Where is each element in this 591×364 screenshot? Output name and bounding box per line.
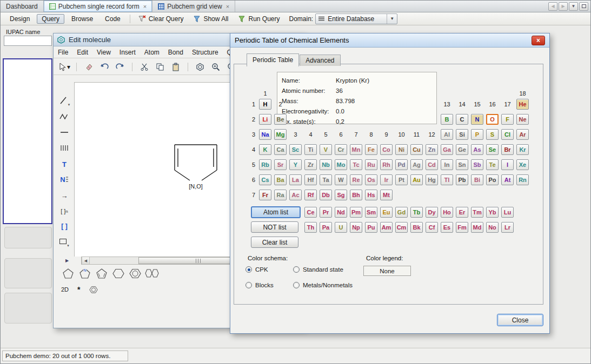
element-bh[interactable]: Bh [350,190,362,200]
element-dy[interactable]: Dy [426,207,438,218]
atom-list-button[interactable]: Atom list [251,206,301,218]
eraser-tool-button[interactable] [83,61,95,73]
element-ga[interactable]: Ga [441,144,453,155]
tab-scroll-left-button[interactable]: ◀ [548,2,557,11]
element-db[interactable]: Db [320,190,332,200]
element-cd[interactable]: Cd [426,159,438,170]
element-rh[interactable]: Rh [380,159,393,170]
element-h[interactable]: H [259,99,271,110]
menu-edit[interactable]: Edit [72,48,92,57]
any-bond-tool-button[interactable] [57,126,71,139]
domain-dropdown[interactable]: Entire Database ▼ [315,14,397,24]
element-tb[interactable]: Tb [410,207,423,218]
menu-view[interactable]: View [92,48,115,57]
menu-atom[interactable]: Atom [140,48,164,57]
element-mg[interactable]: Mg [274,129,287,140]
atom-tool-button[interactable]: N [57,173,71,186]
menu-insert[interactable]: Insert [115,48,140,57]
browse-button[interactable]: Browse [67,14,98,24]
aromatize-button[interactable] [194,61,206,73]
close-button[interactable]: Close [497,314,543,326]
element-ti[interactable]: Ti [304,144,317,155]
element-al[interactable]: Al [441,129,453,140]
element-os[interactable]: Os [365,174,377,185]
element-in[interactable]: In [441,159,453,170]
element-as[interactable]: As [471,144,483,155]
element-au[interactable]: Au [410,174,423,185]
element-li[interactable]: Li [259,114,271,125]
undo-button[interactable] [98,61,110,73]
cyclopentadiene-template-button[interactable] [95,267,109,280]
menu-structure[interactable]: Structure [188,48,223,57]
reaction-arrow-tool-button[interactable]: → [57,189,71,202]
tab-list-button[interactable]: ▼ [569,2,578,11]
element-re[interactable]: Re [350,174,362,185]
element-ra[interactable]: Ra [274,190,287,200]
element-bi[interactable]: Bi [471,174,483,185]
element-be[interactable]: Be [274,114,287,125]
tab-close-icon[interactable]: × [143,4,147,9]
element-ca[interactable]: Ca [274,144,287,155]
element-ni[interactable]: Ni [395,144,408,155]
bracket-tool-button[interactable]: [ ] [57,220,71,233]
color-schema-option-standard-state[interactable]: Standard state [293,266,343,273]
element-o[interactable]: O [486,114,499,125]
element-bk[interactable]: Bk [410,222,423,233]
element-ho[interactable]: Ho [441,207,453,218]
element-zn[interactable]: Zn [426,144,438,155]
tab-periodic-table[interactable]: Periodic Table [247,53,299,66]
element-sc[interactable]: Sc [289,144,302,155]
menu-file[interactable]: File [54,48,72,57]
color-schema-option-cpk[interactable]: CPK [245,266,268,273]
design-button[interactable]: Design [5,14,35,24]
element-ne[interactable]: Ne [516,114,529,125]
element-pd[interactable]: Pd [395,159,408,170]
element-f[interactable]: F [501,114,514,125]
element-cr[interactable]: Cr [335,144,347,155]
clear-list-button[interactable]: Clear list [251,237,298,248]
element-ir[interactable]: Ir [380,174,393,185]
element-v[interactable]: V [320,144,332,155]
element-zr[interactable]: Zr [304,159,317,170]
mode-2d-button[interactable]: 2D [61,286,69,293]
document-tab-pubchem-single-record-form[interactable]: Pubchem single record form× [44,1,153,12]
element-cs[interactable]: Cs [259,174,271,185]
text-tool-button[interactable]: T [57,158,71,171]
element-fm[interactable]: Fm [456,222,468,233]
document-tab-pubchem-grid-view[interactable]: Pubchem grid view× [152,1,235,12]
element-pb[interactable]: Pb [456,174,468,185]
element-sm[interactable]: Sm [365,207,377,218]
repeating-group-tool-button[interactable]: [ ]n [57,205,71,218]
maximize-window-button[interactable] [579,2,588,11]
element-mo[interactable]: Mo [335,159,347,170]
element-s[interactable]: S [486,129,499,140]
element-hf[interactable]: Hf [304,174,317,185]
element-nb[interactable]: Nb [320,159,332,170]
element-mn[interactable]: Mn [350,144,362,155]
benzene-small-icon[interactable] [89,286,98,294]
close-window-button[interactable]: × [532,36,545,45]
element-sn[interactable]: Sn [456,159,468,170]
element-er[interactable]: Er [456,207,468,218]
element-pt[interactable]: Pt [395,174,408,185]
tab-advanced[interactable]: Advanced [300,55,340,66]
element-na[interactable]: Na [259,129,271,140]
copy-button[interactable] [154,61,166,73]
structure-field-box[interactable] [3,58,52,224]
element-ce[interactable]: Ce [304,207,317,218]
element-sb[interactable]: Sb [471,159,483,170]
multiple-group-tool-button[interactable] [57,141,71,154]
scrollbar-left-arrow[interactable]: ◀ [82,257,90,264]
element-pr[interactable]: Pr [320,207,332,218]
color-legend-value[interactable]: None [363,266,411,276]
element-ba[interactable]: Ba [274,174,287,185]
element-w[interactable]: W [335,174,347,185]
show-all-button[interactable]: Show All [189,14,232,24]
element-no[interactable]: No [486,222,499,233]
element-hg[interactable]: Hg [426,174,438,185]
benzene-template-button[interactable] [128,267,142,280]
element-la[interactable]: La [289,174,302,185]
document-tab-dashboard[interactable]: Dashboard [1,1,44,12]
element-hs[interactable]: Hs [365,190,377,200]
element-eu[interactable]: Eu [380,207,393,218]
